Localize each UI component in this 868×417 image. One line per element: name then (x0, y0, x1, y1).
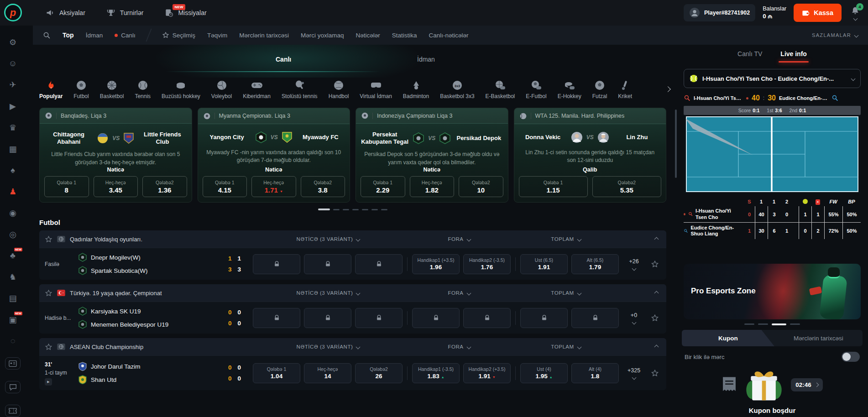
cashier-button[interactable]: Kassa (794, 4, 842, 22)
tv-games-icon[interactable]: ▣NEW (8, 315, 18, 325)
user-account-button[interactable]: Player#82741902 (684, 4, 755, 21)
games-icon[interactable]: ♞ (8, 272, 18, 282)
tab-live-info[interactable]: Live info (780, 50, 807, 57)
cards-icon[interactable]: ♠ (8, 166, 18, 175)
locked-odds-button[interactable] (571, 308, 619, 328)
more-icon[interactable]: ◌ (8, 336, 18, 346)
odds-button[interactable]: Handikap2 (+3.5)1.91 (463, 363, 511, 383)
nav-item-check-bet[interactable]: Mərci yoxlamaq (301, 32, 344, 39)
sports-ball-icon[interactable]: ◉ (8, 208, 18, 218)
nav-item-top[interactable]: Top (63, 31, 74, 39)
player1-racket-icon[interactable] (684, 95, 690, 102)
gift-box-icon[interactable] (744, 365, 784, 404)
match-row[interactable]: 31' 1-ci taym ▶ Johor Darul Tazim Shan U… (39, 355, 666, 390)
slots-icon[interactable]: ▦ (8, 144, 18, 154)
players-icon[interactable]: ☺ (8, 59, 18, 68)
promo-card[interactable]: WTA 125. Manila. Hard. Philippines Donna… (514, 108, 667, 203)
account-card-icon[interactable] (5, 357, 21, 370)
sport-tab-e-hockey[interactable]: E-Hokkey (558, 80, 581, 99)
nav-item-statistics[interactable]: Statistika (392, 32, 417, 39)
match-selector-dropdown[interactable]: I-Hsuan Cho/Yi Tsen Cho - Eudice Chong/E… (684, 69, 861, 88)
sport-tabs-next-arrow[interactable] (666, 85, 670, 93)
locked-odds-button[interactable] (520, 308, 568, 328)
favorite-star-icon[interactable] (45, 343, 52, 351)
odds-button[interactable]: Qələbə 11.04 (253, 363, 300, 383)
sport-tab-e-football[interactable]: E-Futbol (526, 80, 546, 99)
search-icon[interactable] (43, 31, 51, 39)
favorite-star-icon[interactable] (45, 289, 52, 297)
locked-odds-button[interactable] (355, 308, 403, 328)
sport-tab-volleyball[interactable]: Voleybol (211, 80, 232, 99)
settings-button[interactable]: SAZLAMALAR (812, 32, 858, 38)
locked-odds-button[interactable] (253, 308, 300, 328)
locked-odds-button[interactable] (253, 254, 300, 274)
content-scrollbar[interactable] (675, 109, 677, 178)
support-chat-icon[interactable] (5, 381, 21, 393)
nav-item-favorites[interactable]: Seçilmiş (162, 31, 195, 39)
odds-button[interactable]: Ust (4)1.95 (520, 363, 568, 383)
sport-tab-handball[interactable]: Handbol (329, 80, 349, 99)
odds-button[interactable]: Qələbə 11.15 (519, 176, 588, 197)
column-result[interactable]: NƏTİCƏ (3 VARİANT) (253, 344, 403, 349)
more-markets-button[interactable]: +0 (623, 312, 644, 324)
tab-live[interactable]: Canlı (276, 56, 291, 63)
column-total[interactable]: TOPLAM (515, 344, 617, 349)
casino-icon[interactable]: ⚙ (8, 37, 18, 47)
roulette-icon[interactable]: ◎ (8, 229, 18, 240)
brand-logo[interactable]: p (4, 4, 22, 21)
league-name[interactable]: Qadınlar Yoldaşlıq oyunları. (70, 236, 142, 243)
column-total[interactable]: TOPLAM (515, 290, 617, 296)
column-handicap[interactable]: FORA (408, 344, 510, 349)
column-total[interactable]: TOPLAM (515, 236, 617, 242)
odds-button[interactable]: Qələbə 12.29 (361, 176, 405, 197)
nav-item-bet-history[interactable]: Mərclərin tarixcəsi (239, 32, 289, 39)
locked-odds-button[interactable] (304, 254, 351, 274)
promo-card[interactable]: Myanma Çempionatı. Liqa 3 Yangon City VS… (198, 108, 350, 203)
tab-betslip[interactable]: Kupon (682, 330, 774, 346)
match-row[interactable]: Fasilə Dnepr Mogilev(W) Spartak Subotica… (39, 248, 666, 280)
video-icon[interactable]: ▶ (8, 101, 18, 111)
nav-item-calendar[interactable]: Təqvim (207, 32, 227, 39)
odds-button[interactable]: Ust (6.5)1.91 (520, 254, 568, 274)
column-result[interactable]: NƏTİCƏ (3 VARİANT) (253, 290, 403, 296)
column-handicap[interactable]: FORA (408, 236, 510, 242)
column-handicap[interactable]: FORA (408, 290, 510, 296)
promo-code-icon[interactable] (5, 405, 21, 417)
locked-odds-button[interactable] (463, 308, 511, 328)
locked-odds-button[interactable] (412, 308, 460, 328)
sport-tab-table-tennis[interactable]: Stolüstü tennis (282, 80, 318, 99)
league-name[interactable]: ASEAN Club Championship (70, 344, 143, 350)
match-row[interactable]: Hadisə b... Karsiyaka SK U19 Menemen Bel… (39, 302, 666, 334)
stream-play-icon[interactable]: ▶ (45, 378, 52, 386)
notifications-button[interactable]: 4 (849, 6, 862, 20)
player2-racket-icon[interactable] (831, 95, 838, 102)
tournaments-icon[interactable]: ♛ (8, 123, 18, 133)
odds-button[interactable]: Qələbə21.36 (142, 176, 187, 197)
aviator-icon[interactable]: ✈ (8, 80, 18, 90)
more-markets-button[interactable]: +26 (623, 258, 644, 270)
banner-carousel-dots[interactable] (682, 323, 863, 325)
nav-item-results[interactable]: Nəticələr (356, 32, 380, 39)
nav-item-live[interactable]: Canlı (115, 32, 136, 39)
collapse-section-button[interactable] (622, 345, 661, 349)
sport-tab-basketball[interactable]: Basketbol (100, 80, 124, 99)
collapse-section-button[interactable] (622, 238, 661, 241)
odds-button[interactable]: Heç-heçə14 (304, 363, 351, 383)
menu-item-missions[interactable]: NEW Missiyalar (164, 8, 206, 17)
favorite-star-icon[interactable] (45, 235, 52, 243)
one-click-toggle[interactable] (842, 352, 860, 362)
promo-carousel-dots[interactable] (33, 208, 673, 210)
poker-icon[interactable]: ♣NEW (8, 251, 18, 261)
column-result[interactable]: NƏTİCƏ (3 VARİANT) (253, 236, 403, 242)
sport-tab-basketball-3x3[interactable]: 3x3 Basketbol 3x3 (440, 80, 474, 99)
nav-item-live-scores[interactable]: Canlı-nəticələr (429, 32, 469, 39)
more-markets-button[interactable]: +325 (623, 367, 644, 379)
locked-odds-button[interactable] (355, 254, 403, 274)
league-name[interactable]: Türkiyə. 19 yaşa qədər. Çempionat (70, 290, 162, 297)
sport-tab-virtual-sports[interactable]: Virtual İdman (360, 80, 392, 99)
odds-button[interactable]: Heç-heçə1.71 (251, 176, 296, 197)
odds-button[interactable]: Qələbə226 (355, 363, 403, 383)
odds-button[interactable]: Qələbə 14.15 (203, 176, 247, 197)
odds-button[interactable]: Alt (4)1.8 (571, 363, 619, 383)
odds-button[interactable]: Handikap1 (+3.5)1.96 (412, 254, 460, 274)
